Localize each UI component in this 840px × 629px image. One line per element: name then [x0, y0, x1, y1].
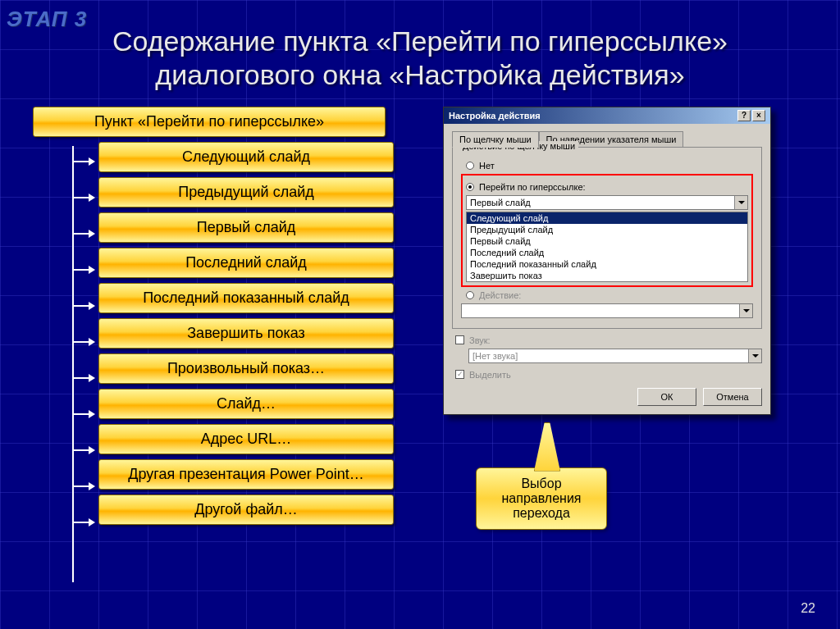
action-combo-disabled — [461, 303, 753, 318]
tree-line-vertical — [72, 146, 74, 582]
chevron-down-icon — [743, 309, 750, 312]
arrow-right-icon — [89, 482, 95, 490]
checkbox-sound-label: Звук: — [469, 335, 491, 345]
tree-option-bar: Другой файл… — [98, 495, 394, 525]
close-button[interactable]: × — [752, 110, 765, 121]
list-item[interactable]: Завершить показ — [467, 270, 747, 281]
radio-action-label: Действие: — [479, 290, 521, 300]
arrow-right-icon — [89, 374, 95, 382]
sound-combo-value: [Нет звука] — [472, 351, 518, 361]
tree-line-horizontal — [72, 449, 89, 451]
tree-line-horizontal — [72, 377, 89, 379]
dialog-titlebar: Настройка действия ? × — [444, 107, 770, 124]
list-item[interactable]: Первый слайд — [467, 235, 747, 247]
arrow-right-icon — [89, 518, 95, 526]
arrow-right-icon — [89, 410, 95, 418]
arrow-right-icon — [89, 446, 95, 454]
hyperlink-combo[interactable]: Первый слайд — [466, 195, 748, 210]
slide-title: Содержание пункта «Перейти по гиперссылк… — [0, 0, 840, 92]
radio-none[interactable] — [466, 162, 474, 170]
title-line2: диалогового окна «Настройка действия» — [0, 58, 840, 92]
page-number: 22 — [801, 601, 815, 616]
title-line1: Содержание пункта «Перейти по гиперссылк… — [0, 25, 840, 58]
tree-line-horizontal — [72, 269, 89, 271]
tree-line-horizontal — [72, 522, 89, 523]
tree-option-bar: Слайд… — [98, 389, 394, 419]
hyperlink-listbox[interactable]: Следующий слайдПредыдущий слайдПервый сл… — [466, 212, 748, 282]
arrow-right-icon — [89, 157, 95, 166]
tree-option-bar: Завершить показ — [98, 318, 394, 349]
chevron-down-icon — [738, 201, 745, 204]
tree-option-bar: Предыдущий слайд — [98, 177, 394, 207]
tree-option-bar: Последний слайд — [98, 248, 394, 278]
options-tree: Пункт «Перейти по гиперссылке» Следующий… — [33, 107, 410, 530]
checkbox-highlight: ✓ — [455, 370, 464, 379]
tree-option-bar: Произвольный показ… — [98, 353, 394, 384]
radio-action-disabled — [466, 291, 474, 299]
callout-label: Выбор направления перехода — [476, 467, 607, 530]
combo-dropdown-button[interactable] — [734, 196, 747, 209]
tree-option-bar: Первый слайд — [98, 212, 394, 243]
tree-option-bar: Следующий слайд — [98, 142, 394, 172]
radio-hyperlink[interactable] — [466, 183, 474, 191]
combo-value: Первый слайд — [470, 198, 531, 207]
tree-line-horizontal — [72, 413, 89, 415]
dialog-tabs: По щелчку мыши По наведении указателя мы… — [452, 130, 762, 147]
tree-line-horizontal — [72, 341, 89, 343]
tree-line-horizontal — [72, 305, 89, 307]
tree-line-horizontal — [72, 161, 89, 162]
tree-line-horizontal — [72, 233, 89, 235]
arrow-right-icon — [89, 302, 95, 310]
radio-none-label: Нет — [479, 161, 495, 171]
tree-option-bar: Адрес URL… — [98, 424, 394, 454]
list-item[interactable]: Последний показанный слайд — [467, 258, 747, 270]
action-settings-dialog: Настройка действия ? × По щелчку мыши По… — [443, 107, 771, 415]
help-button[interactable]: ? — [737, 110, 751, 121]
list-item[interactable]: Последний слайд — [467, 247, 747, 258]
arrow-right-icon — [89, 230, 95, 238]
tree-header-bar: Пункт «Перейти по гиперссылке» — [33, 107, 386, 137]
hyperlink-highlight: Перейти по гиперссылке: Первый слайд Сле… — [461, 174, 753, 287]
checkbox-sound[interactable] — [455, 335, 464, 344]
chevron-down-icon — [752, 354, 759, 358]
cancel-button[interactable]: Отмена — [703, 388, 762, 406]
sound-combo: [Нет звука] — [468, 349, 762, 363]
dialog-title: Настройка действия — [449, 111, 541, 121]
tree-line-horizontal — [72, 485, 89, 487]
arrow-right-icon — [89, 194, 95, 202]
radio-hyperlink-label: Перейти по гиперссылке: — [479, 182, 586, 192]
list-item[interactable]: Следующий слайд — [467, 212, 747, 224]
arrow-right-icon — [89, 338, 95, 346]
tree-option-bar: Другая презентация Power Point… — [98, 459, 394, 490]
tab-on-click[interactable]: По щелчку мыши — [452, 131, 539, 148]
stage-watermark: ЭТАП 3 — [7, 7, 87, 32]
tree-option-bar: Последний показанный слайд — [98, 283, 394, 313]
action-groupbox: Действие по щелчку мыши Нет Перейти по г… — [452, 147, 762, 329]
tree-line-horizontal — [72, 197, 89, 198]
checkbox-highlight-label: Выделить — [469, 370, 511, 380]
ok-button[interactable]: ОК — [637, 388, 696, 406]
list-item[interactable]: Предыдущий слайд — [467, 224, 747, 235]
arrow-right-icon — [89, 266, 95, 274]
